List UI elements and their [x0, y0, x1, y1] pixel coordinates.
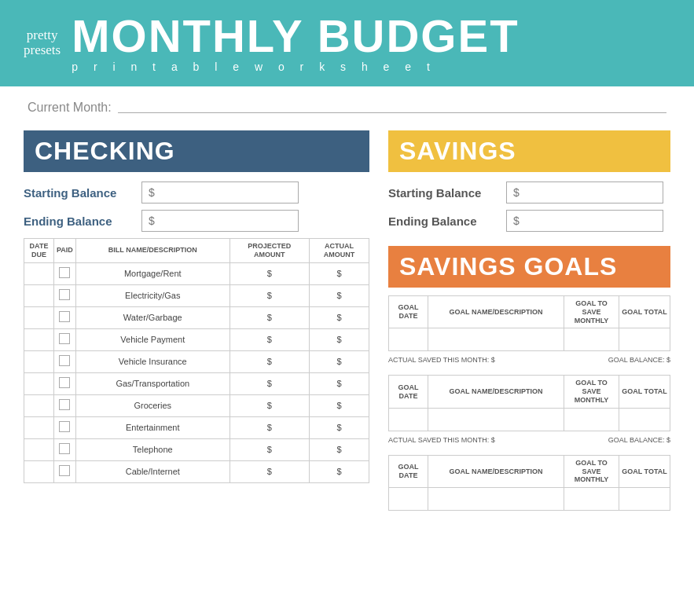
goal-table-3: GOALDATE GOAL NAME/DESCRIPTION GOAL TO S…: [388, 455, 670, 511]
savings-section: SAVINGS Starting Balance Ending Balance: [388, 130, 670, 232]
table-row: Cable/Internet $ $: [24, 460, 369, 482]
starting-balance-row: Starting Balance: [24, 182, 369, 204]
right-column: SAVINGS Starting Balance Ending Balance …: [388, 130, 670, 514]
table-row: Water/Garbage $ $: [24, 306, 369, 328]
checkbox-icon[interactable]: [59, 399, 70, 410]
date-cell: [24, 460, 54, 482]
bill-name-cell: Vehicle Insurance: [75, 350, 229, 372]
checkbox-icon[interactable]: [59, 355, 70, 366]
paid-cell: [54, 372, 76, 394]
checkbox-icon[interactable]: [59, 333, 70, 344]
savings-ending-balance-label: Ending Balance: [388, 214, 498, 228]
bill-name-cell: Water/Garbage: [75, 306, 229, 328]
actual-cell: $: [310, 394, 369, 416]
projected-cell: $: [229, 306, 309, 328]
date-cell: [24, 306, 54, 328]
table-row: Vehicle Payment $ $: [24, 328, 369, 350]
savings-ending-balance-input[interactable]: [506, 210, 663, 232]
checking-starting-balance-input[interactable]: [141, 182, 299, 204]
col-paid: PAID: [54, 239, 76, 263]
date-cell: [24, 328, 54, 350]
goal3-col-name: GOAL NAME/DESCRIPTION: [428, 455, 564, 487]
goal1-footer-left: ACTUAL SAVED THIS MONTH: $: [388, 356, 495, 364]
goal1-col-date: GOALDATE: [389, 296, 428, 328]
goal1-row: [389, 328, 670, 351]
ending-balance-row: Ending Balance: [24, 210, 369, 232]
main-content: CHECKING Starting Balance Ending Balance…: [0, 123, 694, 522]
goal2-name-cell: [428, 408, 564, 431]
projected-cell: $: [229, 460, 309, 482]
projected-cell: $: [229, 438, 309, 460]
goal3-row: [389, 488, 670, 511]
starting-balance-label: Starting Balance: [24, 186, 134, 200]
checkbox-icon[interactable]: [59, 267, 70, 278]
projected-cell: $: [229, 416, 309, 438]
savings-starting-balance-row: Starting Balance: [388, 182, 670, 204]
actual-cell: $: [310, 262, 369, 284]
date-cell: [24, 350, 54, 372]
table-row: Entertainment $ $: [24, 416, 369, 438]
paid-cell: [54, 350, 76, 372]
paid-cell: [54, 306, 76, 328]
savings-goals-section: SAVINGS GOALS GOALDATE GOAL NAME/DESCRIP…: [388, 246, 670, 511]
paid-cell: [54, 394, 76, 416]
bill-name-cell: Electricity/Gas: [75, 284, 229, 306]
goal2-monthly-cell: [564, 408, 619, 431]
checkbox-icon[interactable]: [59, 311, 70, 322]
paid-cell: [54, 438, 76, 460]
col-actual: ACTUALAMOUNT: [310, 239, 369, 263]
table-row: Gas/Transportation $ $: [24, 372, 369, 394]
checkbox-icon[interactable]: [59, 289, 70, 300]
projected-cell: $: [229, 262, 309, 284]
checkbox-icon[interactable]: [59, 377, 70, 388]
goal1-date-cell: [389, 328, 428, 351]
actual-cell: $: [310, 328, 369, 350]
projected-cell: $: [229, 394, 309, 416]
header-title: MONTHLY BUDGET: [72, 13, 519, 59]
checking-ending-balance-input[interactable]: [141, 210, 299, 232]
current-month-line: [118, 102, 666, 113]
actual-cell: $: [310, 350, 369, 372]
table-row: Groceries $ $: [24, 394, 369, 416]
current-month-row: Current Month:: [0, 86, 694, 123]
table-row: Mortgage/Rent $ $: [24, 262, 369, 284]
col-bill-name: BILL NAME/DESCRIPTION: [75, 239, 229, 263]
projected-cell: $: [229, 372, 309, 394]
goal-table-1: GOALDATE GOAL NAME/DESCRIPTION GOAL TO S…: [388, 295, 670, 351]
checkbox-icon[interactable]: [59, 443, 70, 454]
paid-cell: [54, 262, 76, 284]
date-cell: [24, 438, 54, 460]
goal3-monthly-cell: [564, 488, 619, 511]
header-title-block: MONTHLY BUDGET p r i n t a b l e w o r k…: [72, 13, 519, 73]
date-cell: [24, 416, 54, 438]
goal2-footer: ACTUAL SAVED THIS MONTH: $ GOAL BALANCE:…: [388, 434, 670, 446]
goal2-col-total: GOAL TOTAL: [619, 376, 670, 408]
projected-cell: $: [229, 350, 309, 372]
savings-header: SAVINGS: [388, 130, 670, 172]
goal1-col-total: GOAL TOTAL: [619, 296, 670, 328]
goal1-footer-right: GOAL BALANCE: $: [608, 356, 670, 364]
savings-starting-balance-label: Starting Balance: [388, 186, 498, 200]
goal2-footer-right: GOAL BALANCE: $: [608, 436, 670, 444]
savings-starting-balance-input[interactable]: [506, 182, 663, 204]
checking-table: DATEDUE PAID BILL NAME/DESCRIPTION PROJE…: [24, 238, 369, 483]
current-month-label: Current Month:: [28, 101, 112, 115]
checkbox-icon[interactable]: [59, 465, 70, 476]
page-header: pretty presets MONTHLY BUDGET p r i n t …: [0, 0, 694, 86]
checking-section: CHECKING Starting Balance Ending Balance…: [24, 130, 369, 514]
paid-cell: [54, 328, 76, 350]
date-cell: [24, 394, 54, 416]
col-projected: PROJECTEDAMOUNT: [229, 239, 309, 263]
goal2-col-name: GOAL NAME/DESCRIPTION: [428, 376, 564, 408]
actual-cell: $: [310, 438, 369, 460]
actual-cell: $: [310, 284, 369, 306]
checking-header: CHECKING: [24, 130, 369, 172]
goal3-total-cell: [619, 488, 670, 511]
bill-name-cell: Groceries: [75, 394, 229, 416]
goal1-name-cell: [428, 328, 564, 351]
col-date-due: DATEDUE: [24, 239, 54, 263]
ending-balance-label: Ending Balance: [24, 214, 134, 228]
checkbox-icon[interactable]: [59, 421, 70, 432]
paid-cell: [54, 284, 76, 306]
goal1-col-monthly: GOAL TO SAVEMONTHLY: [564, 296, 619, 328]
